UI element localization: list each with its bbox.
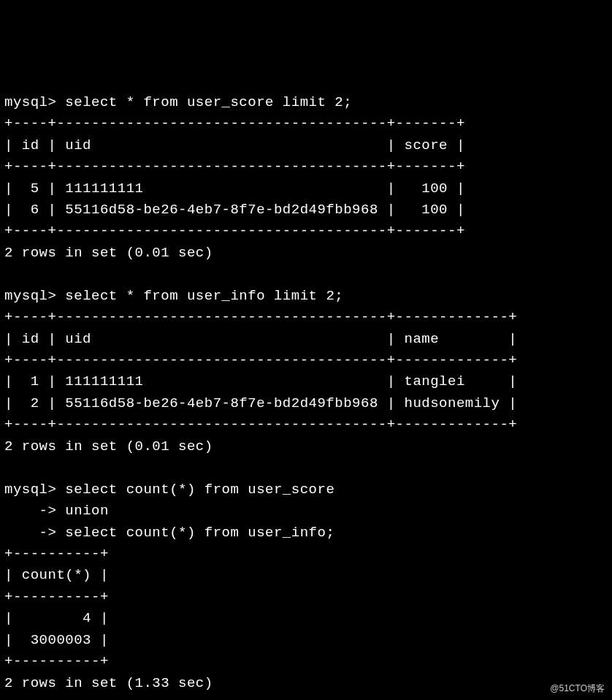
- mysql-prompt: mysql>: [4, 94, 56, 110]
- table-border-mid: +----+----------------------------------…: [4, 159, 465, 175]
- terminal-line: mysql> select count(*) from user_score: [4, 482, 334, 498]
- table-border-mid: +----------+: [4, 589, 109, 605]
- sql-query: select count(*) from user_info;: [65, 525, 334, 541]
- terminal-line: mysql> select * from user_info limit 2;: [4, 288, 343, 304]
- sql-query: union: [65, 503, 109, 519]
- table-row: | 2 | 55116d58-be26-4eb7-8f7e-bd2d49fbb9…: [4, 395, 517, 411]
- sql-query: select * from user_score limit 2;: [65, 94, 352, 110]
- table-border-bot: +----+----------------------------------…: [4, 223, 465, 239]
- watermark: @51CTO博客: [550, 682, 605, 696]
- table-header: | id | uid | score |: [4, 137, 465, 153]
- table-row: | 4 |: [4, 610, 109, 626]
- table-row: | 1 | 111111111 | tanglei |: [4, 373, 517, 389]
- table-border-mid: +----+----------------------------------…: [4, 352, 517, 368]
- table-header: | count(*) |: [4, 567, 109, 583]
- sql-query: select * from user_info limit 2;: [65, 288, 343, 304]
- result-footer: 2 rows in set (0.01 sec): [4, 438, 213, 454]
- terminal-line: mysql> select * from user_score limit 2;: [4, 94, 352, 110]
- mysql-prompt: mysql>: [4, 288, 56, 304]
- sql-query: select count(*) from user_score: [65, 482, 334, 498]
- result-footer: 2 rows in set (0.01 sec): [4, 245, 213, 261]
- table-border-bot: +----------+: [4, 653, 109, 669]
- table-row: | 6 | 55116d58-be26-4eb7-8f7e-bd2d49fbb9…: [4, 202, 465, 218]
- table-border-top: +----------+: [4, 546, 109, 562]
- terminal-line: -> union: [4, 503, 109, 519]
- table-border-top: +----+----------------------------------…: [4, 115, 465, 132]
- mysql-continuation: ->: [4, 503, 56, 519]
- table-border-bot: +----+----------------------------------…: [4, 416, 517, 433]
- table-row: | 5 | 111111111 | 100 |: [4, 180, 465, 197]
- table-border-top: +----+----------------------------------…: [4, 309, 517, 325]
- mysql-prompt: mysql>: [4, 482, 56, 498]
- terminal-line: -> select count(*) from user_info;: [4, 525, 334, 541]
- table-row: | 3000003 |: [4, 632, 109, 648]
- result-footer: 2 rows in set (1.33 sec): [4, 675, 213, 691]
- table-header: | id | uid | name |: [4, 331, 517, 347]
- mysql-continuation: ->: [4, 525, 56, 541]
